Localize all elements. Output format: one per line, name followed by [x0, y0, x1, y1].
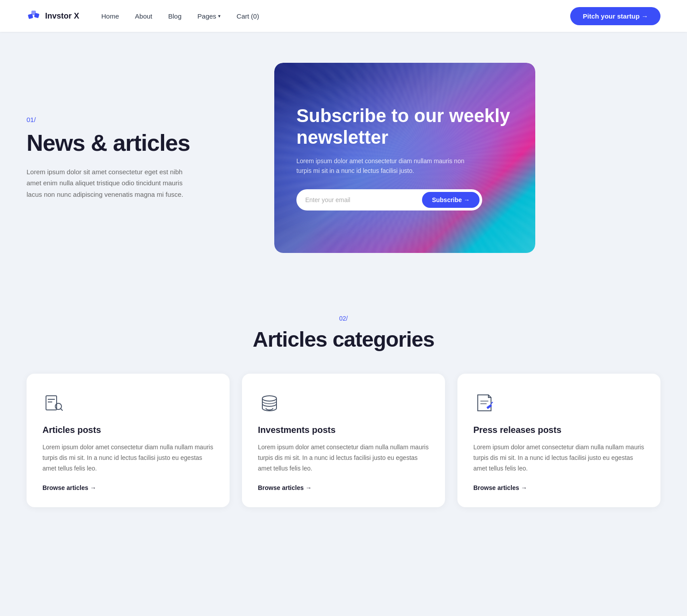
logo-icon — [27, 9, 41, 23]
hero-section: 01/ News & articles Lorem ipsum dolor si… — [0, 32, 687, 288]
articles-posts-title: Articles posts — [42, 425, 214, 435]
investments-posts-card: Investments posts Lorem ipsum dolor amet… — [242, 374, 445, 507]
logo-link[interactable]: Invstor X — [27, 9, 79, 23]
pitch-startup-button[interactable]: Pitch your startup → — [570, 7, 660, 25]
articles-section-header: 02/ Articles categories — [27, 315, 660, 352]
newsletter-description: Lorem ipsum dolor amet consectetur diam … — [296, 156, 464, 176]
hero-description: Lorem ipsum dolor sit amet consectetur e… — [27, 166, 195, 200]
press-releases-description: Lorem ipsum dolor amet consectetur diam … — [473, 442, 645, 474]
svg-rect-3 — [46, 396, 57, 410]
navbar: Invstor X Home About Blog Pages ▾ Cart (… — [0, 0, 687, 32]
articles-posts-browse-link[interactable]: Browse articles → — [42, 484, 214, 491]
articles-section-number: 02/ — [27, 315, 660, 322]
book-search-icon — [42, 391, 65, 414]
nav-home[interactable]: Home — [101, 12, 119, 20]
nav-cart[interactable]: Cart (0) — [237, 12, 259, 20]
subscribe-button[interactable]: Subscribe → — [422, 192, 480, 208]
newsletter-title: Subscribe to our weekly newsletter — [296, 105, 513, 148]
hero-title: News & articles — [27, 130, 248, 156]
investments-posts-browse-link[interactable]: Browse articles → — [258, 484, 429, 491]
document-edit-icon — [473, 391, 496, 414]
articles-posts-card: Articles posts Lorem ipsum dolor amet co… — [27, 374, 230, 507]
nav-links: Home About Blog Pages ▾ Cart (0) — [101, 12, 570, 20]
investments-posts-description: Lorem ipsum dolor amet consectetur diam … — [258, 442, 429, 474]
newsletter-content: Subscribe to our weekly newsletter Lorem… — [296, 105, 513, 210]
articles-cards-grid: Articles posts Lorem ipsum dolor amet co… — [27, 374, 660, 507]
svg-point-8 — [262, 396, 276, 401]
svg-line-7 — [61, 409, 62, 410]
hero-left: 01/ News & articles Lorem ipsum dolor si… — [27, 116, 248, 200]
articles-posts-description: Lorem ipsum dolor amet consectetur diam … — [42, 442, 214, 474]
nav-blog[interactable]: Blog — [168, 12, 181, 20]
chevron-down-icon: ▾ — [218, 13, 221, 19]
press-releases-title: Press releases posts — [473, 425, 645, 435]
hero-section-label: 01/ — [27, 116, 248, 123]
press-releases-browse-link[interactable]: Browse articles → — [473, 484, 645, 491]
email-input[interactable] — [305, 196, 422, 203]
newsletter-background: Subscribe to our weekly newsletter Lorem… — [274, 63, 535, 253]
email-form: Subscribe → — [296, 189, 482, 210]
svg-rect-2 — [31, 11, 36, 15]
newsletter-card: Subscribe to our weekly newsletter Lorem… — [274, 63, 535, 253]
nav-about[interactable]: About — [135, 12, 152, 20]
investments-posts-title: Investments posts — [258, 425, 429, 435]
nav-pages[interactable]: Pages ▾ — [197, 12, 221, 20]
articles-section: 02/ Articles categories Articles posts L… — [0, 288, 687, 543]
logo-text: Invstor X — [45, 11, 79, 21]
press-releases-card: Press releases posts Lorem ipsum dolor a… — [457, 374, 660, 507]
articles-section-title: Articles categories — [27, 327, 660, 352]
database-icon — [258, 391, 281, 414]
